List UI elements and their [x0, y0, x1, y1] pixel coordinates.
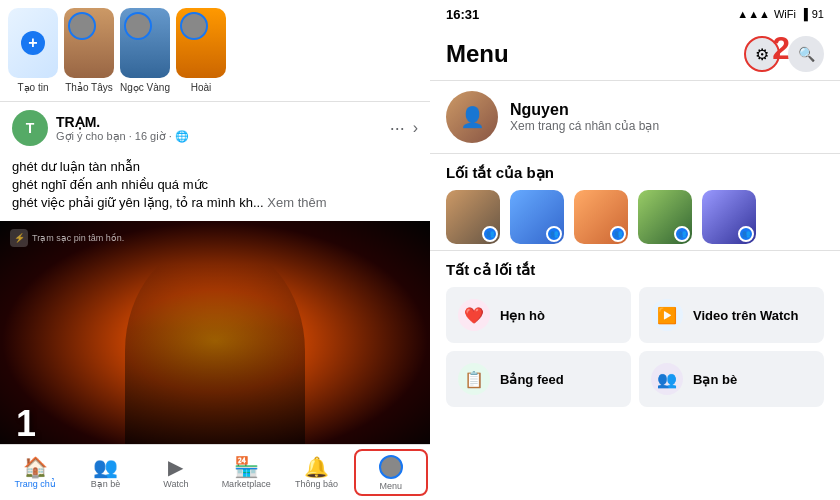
dating-icon: ❤️ — [458, 299, 490, 331]
search-button[interactable]: 🔍 — [788, 36, 824, 72]
signal-icon: ▲▲▲ — [737, 8, 770, 20]
post-more-button[interactable]: ··· — [390, 118, 405, 139]
plus-icon: + — [21, 31, 45, 55]
shortcuts-section: Lối tắt của bạn 👥 👥 👥 👥 — [430, 154, 840, 251]
nav-label-home: Trang chủ — [15, 479, 56, 489]
shortcut-badge-3: 👥 — [610, 226, 626, 242]
post-header: T TRẠM. Gợi ý cho bạn · 16 giờ · 🌐 ··· › — [0, 102, 430, 154]
watch-icon: ▶ — [168, 457, 183, 477]
shortcut-card-watch-label: Video trên Watch — [693, 308, 798, 323]
bottom-navigation: 🏠 Trang chủ 👥 Bạn bè ▶ Watch 🏪 Marketpla… — [0, 444, 430, 500]
post-line-3: ghét việc phải giữ yên lặng, tỏ ra mình … — [12, 195, 264, 210]
post-author-avatar: T — [12, 110, 48, 146]
shortcut-card-friends-label: Bạn bè — [693, 372, 737, 387]
story-item-1[interactable]: Thảo Tâys — [64, 8, 114, 93]
shortcut-card-dating-label: Hẹn hò — [500, 308, 545, 323]
create-story-avatar: + — [8, 8, 58, 78]
story-avatar-1 — [64, 8, 114, 78]
nav-label-menu: Menu — [380, 481, 403, 491]
nav-item-notifications[interactable]: 🔔 Thông báo — [281, 445, 351, 500]
shortcut-card-dating[interactable]: ❤️ Hẹn hò — [446, 287, 631, 343]
settings-button[interactable]: ⚙ 2 — [744, 36, 780, 72]
shortcut-card-watch[interactable]: ▶️ Video trên Watch — [639, 287, 824, 343]
shortcut-badge-5: 👥 — [738, 226, 754, 242]
watermark-text: Trạm sạc pin tâm hồn. — [32, 233, 124, 243]
nav-label-watch: Watch — [163, 479, 188, 489]
left-panel: + Tạo tin Thảo Tâys Ngọc Vàng Hoài — [0, 0, 430, 500]
nav-item-menu[interactable]: Menu — [354, 449, 428, 496]
post-author-name: TRẠM. — [56, 114, 382, 130]
see-more-link[interactable]: Xem thêm — [267, 195, 326, 210]
post-image-person-silhouette — [125, 241, 305, 444]
story-item-2[interactable]: Ngọc Vàng — [120, 8, 170, 93]
shortcut-badge-2: 👥 — [546, 226, 562, 242]
menu-avatar — [379, 455, 403, 479]
video-watch-icon: ▶️ — [651, 299, 683, 331]
shortcut-avatar-2[interactable]: 👥 — [510, 190, 564, 244]
story-user-avatar-3 — [180, 12, 208, 40]
marketplace-icon: 🏪 — [234, 457, 259, 477]
nav-item-watch[interactable]: ▶ Watch — [141, 445, 211, 500]
menu-header: Menu ⚙ 2 🔍 — [430, 28, 840, 81]
menu-number-badge-2: 2 — [772, 30, 790, 67]
feed-icon: 📋 — [458, 363, 490, 395]
search-icon: 🔍 — [798, 46, 815, 62]
all-shortcuts-section: Tất cả lối tắt ❤️ Hẹn hò ▶️ Video trên W… — [430, 251, 840, 500]
shortcuts-title: Lối tắt của bạn — [446, 164, 824, 182]
notifications-icon: 🔔 — [304, 457, 329, 477]
home-icon: 🏠 — [23, 457, 48, 477]
nav-label-notifications: Thông báo — [295, 479, 338, 489]
shortcut-card-friends[interactable]: 👥 Bạn bè — [639, 351, 824, 407]
story-label-3: Hoài — [191, 82, 212, 93]
shortcut-img-2: 👥 — [510, 190, 564, 244]
friends-icon: 👥 — [93, 457, 118, 477]
story-avatar-2 — [120, 8, 170, 78]
nav-item-home[interactable]: 🏠 Trang chủ — [0, 445, 70, 500]
menu-header-icons: ⚙ 2 🔍 — [744, 36, 824, 72]
shortcut-avatar-4[interactable]: 👥 — [638, 190, 692, 244]
post-line-2: ghét nghĩ đến anh nhiều quá mức — [12, 177, 208, 192]
shortcut-avatar-1[interactable]: 👥 — [446, 190, 500, 244]
profile-avatar: 👤 — [446, 91, 498, 143]
menu-title: Menu — [446, 40, 509, 68]
battery-percent: 91 — [812, 8, 824, 20]
shortcuts-grid: ❤️ Hẹn hò ▶️ Video trên Watch 📋 Bảng fee… — [446, 287, 824, 407]
battery-icon: ▐ — [800, 8, 808, 20]
create-story-label: Tạo tin — [17, 82, 48, 93]
shortcut-avatar-5[interactable]: 👥 — [702, 190, 756, 244]
right-panel: 16:31 ▲▲▲ WiFi ▐ 91 Menu ⚙ 2 🔍 👤 Nguyen … — [430, 0, 840, 500]
post-image: ⚡ Trạm sạc pin tâm hồn. 1 — [0, 221, 430, 444]
post-number-badge-1: 1 — [16, 403, 36, 444]
nav-item-marketplace[interactable]: 🏪 Marketplace — [211, 445, 281, 500]
shortcut-avatar-3[interactable]: 👥 — [574, 190, 628, 244]
profile-name: Nguyen — [510, 101, 824, 119]
story-label-1: Thảo Tâys — [65, 82, 113, 93]
shortcut-img-1: 👥 — [446, 190, 500, 244]
story-label-2: Ngọc Vàng — [120, 82, 170, 93]
stories-bar: + Tạo tin Thảo Tâys Ngọc Vàng Hoài — [0, 0, 430, 102]
shortcut-img-3: 👥 — [574, 190, 628, 244]
post-meta: TRẠM. Gợi ý cho bạn · 16 giờ · 🌐 — [56, 114, 382, 143]
gear-icon: ⚙ — [755, 45, 769, 64]
shortcut-card-feed[interactable]: 📋 Bảng feed — [446, 351, 631, 407]
story-avatar-3 — [176, 8, 226, 78]
story-user-avatar-2 — [124, 12, 152, 40]
story-item-3[interactable]: Hoài — [176, 8, 226, 93]
shortcut-img-4: 👥 — [638, 190, 692, 244]
status-icons: ▲▲▲ WiFi ▐ 91 — [737, 8, 824, 20]
nav-item-friends[interactable]: 👥 Bạn bè — [70, 445, 140, 500]
shortcut-card-feed-label: Bảng feed — [500, 372, 564, 387]
post-text: ghét dư luận tàn nhẫn ghét nghĩ đến anh … — [0, 154, 430, 221]
post-chevron-icon: › — [413, 119, 418, 137]
post-line-1: ghét dư luận tàn nhẫn — [12, 159, 140, 174]
all-shortcuts-title: Tất cả lối tắt — [446, 261, 824, 279]
create-story-item[interactable]: + Tạo tin — [8, 8, 58, 93]
status-bar: 16:31 ▲▲▲ WiFi ▐ 91 — [430, 0, 840, 28]
post-container: T TRẠM. Gợi ý cho bạn · 16 giờ · 🌐 ··· ›… — [0, 102, 430, 444]
shortcut-badge-1: 👥 — [482, 226, 498, 242]
profile-row[interactable]: 👤 Nguyen Xem trang cá nhân của bạn — [430, 81, 840, 154]
shortcuts-avatars: 👥 👥 👥 👥 👥 — [446, 190, 824, 244]
nav-label-friends: Bạn bè — [91, 479, 121, 489]
nav-label-marketplace: Marketplace — [222, 479, 271, 489]
story-user-avatar-1 — [68, 12, 96, 40]
